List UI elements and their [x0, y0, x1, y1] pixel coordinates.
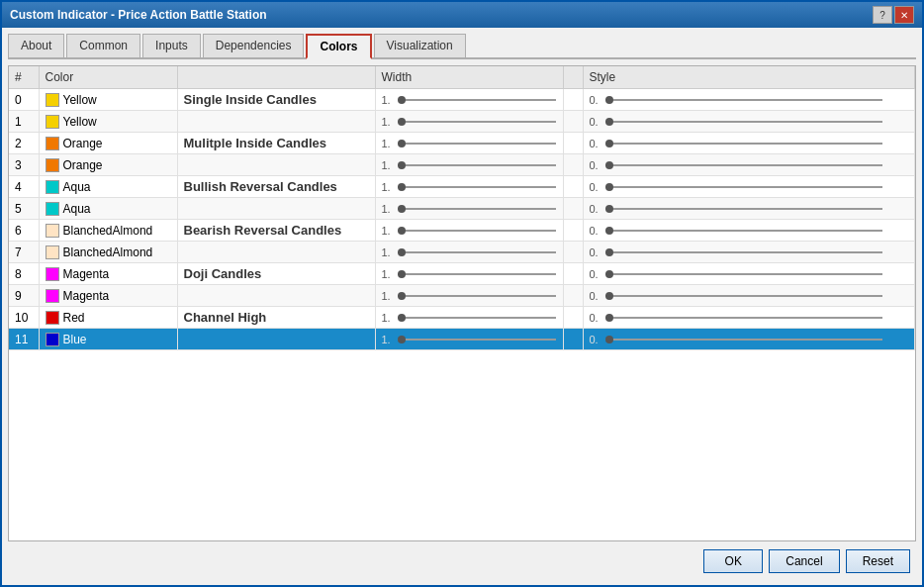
- width-slider[interactable]: [398, 99, 556, 101]
- row-style: 0.: [583, 220, 915, 242]
- style-value: 0.: [590, 159, 599, 171]
- color-swatch: [46, 224, 59, 238]
- color-swatch: [46, 137, 59, 150]
- table-row[interactable]: 4 Aqua Bullish Reversal Candles 1. 0.: [9, 176, 915, 198]
- row-color: Orange: [39, 133, 177, 154]
- row-description: Bearish Reversal Candles: [177, 220, 375, 242]
- width-slider[interactable]: [398, 295, 556, 297]
- col-style: Style: [583, 66, 915, 89]
- color-swatch: [46, 333, 59, 346]
- style-slider[interactable]: [605, 121, 882, 123]
- tab-about[interactable]: About: [8, 34, 64, 57]
- table-row[interactable]: 3 Orange 1. 0.: [9, 154, 915, 176]
- color-name: Blue: [63, 333, 87, 346]
- ok-button[interactable]: OK: [703, 549, 763, 573]
- row-style: 0.: [583, 242, 915, 263]
- color-table: # Color Width Style 0 Yellow Single: [9, 66, 915, 350]
- style-value: 0.: [590, 203, 599, 215]
- row-spacer: [563, 242, 583, 263]
- style-slider[interactable]: [605, 230, 882, 232]
- width-value: 1.: [382, 290, 391, 302]
- color-swatch: [46, 267, 59, 281]
- color-name: Orange: [63, 158, 103, 172]
- row-width: 1.: [375, 154, 563, 176]
- style-slider[interactable]: [605, 295, 882, 297]
- row-description: Channel High: [177, 307, 375, 329]
- color-name: Aqua: [63, 180, 91, 194]
- row-width: 1.: [375, 111, 563, 133]
- table-row[interactable]: 0 Yellow Single Inside Candles 1. 0.: [9, 89, 915, 111]
- row-color: Aqua: [39, 176, 177, 198]
- table-row[interactable]: 5 Aqua 1. 0.: [9, 198, 915, 220]
- width-value: 1.: [382, 94, 391, 106]
- row-description: [177, 154, 375, 176]
- row-style: 0.: [583, 133, 915, 154]
- width-slider[interactable]: [398, 251, 556, 253]
- table-row[interactable]: 8 Magenta Doji Candles 1. 0.: [9, 263, 915, 285]
- width-slider[interactable]: [398, 121, 556, 123]
- title-bar: Custom Indicator - Price Action Battle S…: [2, 2, 922, 28]
- width-slider[interactable]: [398, 186, 556, 188]
- color-swatch: [46, 158, 59, 172]
- tab-inputs[interactable]: Inputs: [142, 34, 201, 57]
- style-slider[interactable]: [605, 317, 882, 319]
- row-index: 9: [9, 285, 39, 307]
- tab-colors[interactable]: Colors: [306, 34, 371, 59]
- tab-common[interactable]: Common: [66, 34, 140, 57]
- col-spacer: [563, 66, 583, 89]
- width-value: 1.: [382, 246, 391, 258]
- width-slider[interactable]: [398, 143, 556, 145]
- color-name: Orange: [63, 137, 103, 150]
- width-value: 1.: [382, 268, 391, 280]
- help-button[interactable]: ?: [873, 6, 892, 24]
- table-row[interactable]: 1 Yellow 1. 0.: [9, 111, 915, 133]
- width-slider[interactable]: [398, 230, 556, 232]
- row-width: 1.: [375, 176, 563, 198]
- table-row[interactable]: 6 BlanchedAlmond Bearish Reversal Candle…: [9, 220, 915, 242]
- style-slider[interactable]: [605, 208, 882, 210]
- color-swatch: [46, 202, 59, 216]
- col-description: [177, 66, 375, 89]
- close-button[interactable]: ✕: [894, 6, 914, 24]
- style-slider[interactable]: [605, 164, 882, 166]
- row-style: 0.: [583, 329, 915, 350]
- style-slider[interactable]: [605, 143, 882, 145]
- width-value: 1.: [382, 159, 391, 171]
- row-spacer: [563, 198, 583, 220]
- row-width: 1.: [375, 285, 563, 307]
- width-value: 1.: [382, 116, 391, 128]
- row-color: Blue: [39, 329, 177, 350]
- style-value: 0.: [590, 312, 599, 324]
- row-spacer: [563, 133, 583, 154]
- table-row[interactable]: 9 Magenta 1. 0.: [9, 285, 915, 307]
- table-row[interactable]: 10 Red Channel High 1. 0.: [9, 307, 915, 329]
- row-width: 1.: [375, 133, 563, 154]
- style-value: 0.: [590, 246, 599, 258]
- width-slider[interactable]: [398, 339, 556, 341]
- style-slider[interactable]: [605, 273, 882, 275]
- style-slider[interactable]: [605, 251, 882, 253]
- tab-dependencies[interactable]: Dependencies: [203, 34, 305, 57]
- title-bar-buttons: ? ✕: [873, 6, 914, 24]
- tab-visualization[interactable]: Visualization: [374, 34, 466, 57]
- color-swatch: [46, 115, 59, 129]
- window-title: Custom Indicator - Price Action Battle S…: [10, 8, 267, 22]
- row-width: 1.: [375, 198, 563, 220]
- content-area: AboutCommonInputsDependenciesColorsVisua…: [2, 28, 922, 585]
- table-row[interactable]: 11 Blue 1. 0.: [9, 329, 915, 350]
- table-row[interactable]: 7 BlanchedAlmond 1. 0.: [9, 242, 915, 263]
- style-slider[interactable]: [605, 99, 882, 101]
- width-slider[interactable]: [398, 208, 556, 210]
- width-slider[interactable]: [398, 164, 556, 166]
- row-index: 5: [9, 198, 39, 220]
- style-slider[interactable]: [605, 186, 882, 188]
- style-value: 0.: [590, 225, 599, 237]
- style-value: 0.: [590, 334, 599, 345]
- width-slider[interactable]: [398, 273, 556, 275]
- style-slider[interactable]: [605, 339, 882, 341]
- cancel-button[interactable]: Cancel: [769, 549, 839, 573]
- reset-button[interactable]: Reset: [846, 549, 910, 573]
- table-row[interactable]: 2 Orange Mulitple Inside Candles 1. 0.: [9, 133, 915, 154]
- width-slider[interactable]: [398, 317, 556, 319]
- color-name: Aqua: [63, 202, 91, 216]
